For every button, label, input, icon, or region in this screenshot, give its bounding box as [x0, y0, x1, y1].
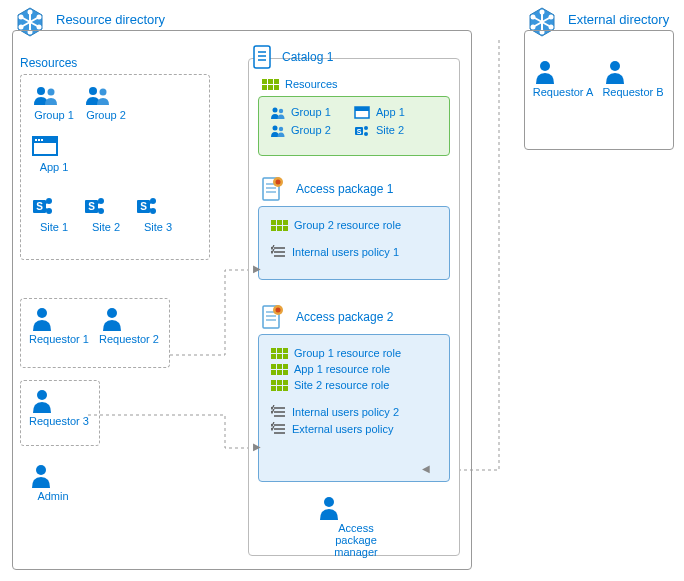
catalog-icon — [250, 44, 274, 70]
package2-role2: App 1 resource role — [271, 361, 437, 377]
group-icon — [269, 123, 285, 137]
package2-role1: Group 1 resource role — [271, 345, 437, 361]
user-icon — [316, 494, 342, 520]
sharepoint-icon — [354, 123, 370, 137]
package-icon — [260, 176, 284, 202]
policy-icon — [271, 245, 286, 258]
grid-icon — [271, 364, 288, 375]
app-icon — [354, 105, 370, 119]
package1-header-icon — [260, 176, 284, 202]
arrow-to-internal-policy2: ▶ — [253, 441, 261, 452]
package1-box: Group 2 resource role Internal users pol… — [258, 206, 450, 280]
package1-role1: Group 2 resource role — [271, 217, 437, 233]
policy-icon — [271, 422, 286, 435]
arrow-to-policy1: ▶ — [253, 263, 261, 274]
package1-title: Access package 1 — [296, 182, 393, 196]
grid-icon — [271, 348, 288, 359]
catalog-app1: App 1 — [354, 103, 439, 121]
access-package-manager: Access package manager — [316, 494, 396, 558]
catalog-resources-header: Resources — [262, 76, 338, 92]
arrow-to-external-policy: ◀ — [422, 463, 430, 474]
manager-label: Access package manager — [316, 522, 396, 558]
catalog-site2: Site 2 — [354, 121, 439, 139]
catalog-resources-label: Resources — [285, 78, 338, 90]
catalog-header-icon — [250, 44, 274, 70]
catalog-group2: Group 2 — [269, 121, 354, 139]
package1-policy1: Internal users policy 1 — [271, 243, 437, 260]
package2-role3: Site 2 resource role — [271, 377, 437, 393]
external-directory-panel — [524, 30, 674, 150]
resource-directory-title: Resource directory — [56, 12, 165, 27]
catalog-title: Catalog 1 — [282, 50, 333, 64]
external-directory-title: External directory — [568, 12, 669, 27]
package-icon — [260, 304, 284, 330]
package2-header-icon — [260, 304, 284, 330]
grid-icon — [271, 220, 288, 231]
grid-icon — [262, 79, 279, 90]
policy-icon — [271, 405, 286, 418]
catalog-group1: Group 1 — [269, 103, 354, 121]
package2-title: Access package 2 — [296, 310, 393, 324]
package2-box: Group 1 resource role App 1 resource rol… — [258, 334, 450, 482]
package2-policy1: Internal users policy 2 — [271, 403, 437, 420]
catalog-resources-box: Group 1 Group 2 App 1 Site 2 — [258, 96, 450, 156]
grid-icon — [271, 380, 288, 391]
package2-policy2: External users policy — [271, 420, 437, 437]
group-icon — [269, 105, 285, 119]
